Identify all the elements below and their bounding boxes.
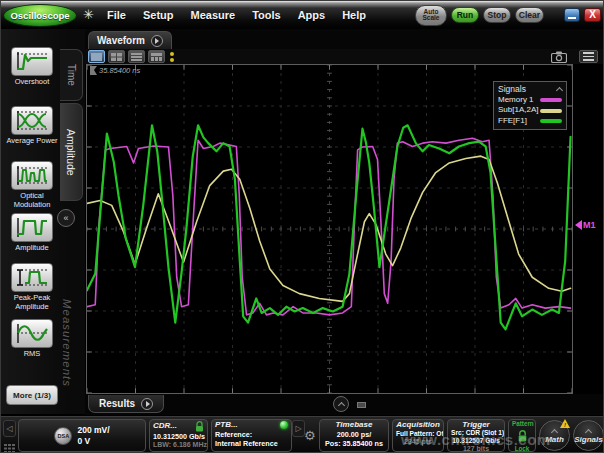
status-bar: ◁ DSA 200 mV/ 0 V CDR... 10.312500 Gb/s … [1, 416, 604, 453]
tab-results-label: Results [99, 398, 135, 409]
green-led-icon [280, 421, 288, 429]
results-tab-menu-icon[interactable] [141, 398, 153, 410]
sidebar-item-label: Peak-Peak Amplitude [5, 294, 59, 311]
sidebar-item-label: Optical Modulation [5, 192, 59, 209]
measurements-sidebar: Overshoot Average Power [1, 29, 85, 414]
legend-collapse-icon[interactable] [556, 86, 563, 93]
timebase-panel[interactable]: Timebase 200.00 ps/ Pos: 35.85400 ns [319, 419, 389, 452]
trigger-source: Src: CDR (Slot 1) [451, 429, 501, 437]
menu-tools[interactable]: Tools [252, 9, 281, 21]
acquisition-pattern: Full Pattern: Off [396, 430, 440, 438]
sidebar-item-average-power[interactable]: Average Power [5, 106, 59, 146]
signals-button[interactable]: Signals [573, 420, 604, 451]
more-measurements-button[interactable]: More (1/3) [6, 385, 58, 405]
timebase-title: Timebase [323, 421, 385, 430]
display-toolbar [85, 49, 604, 64]
legend-entry-ffef1[interactable]: FFE[F1] [498, 116, 562, 126]
ptb-reference-value: Internal Reference [215, 439, 288, 448]
gear-icon[interactable]: ⚙ [304, 429, 316, 442]
tab-results[interactable]: Results [88, 395, 164, 413]
channel-panel[interactable]: DSA 200 mV/ 0 V [18, 419, 146, 452]
layout-quad-button[interactable] [108, 50, 125, 63]
timebase-position-flag[interactable]: 35.85400 ns [90, 66, 140, 75]
cdr-rate: 10.312500 Gb/s [153, 432, 204, 441]
chevron-up-icon [337, 401, 344, 408]
cdr-lbw: LBW: 6.186 MHz [153, 441, 204, 449]
pattern-lock-button[interactable]: Pattern Lock [508, 419, 536, 452]
results-handle-icon[interactable] [357, 402, 366, 408]
menu-help[interactable]: Help [342, 9, 366, 21]
auto-scale-button[interactable]: Auto Scale [415, 5, 447, 26]
rms-icon [11, 319, 53, 348]
keypad-icon[interactable] [4, 439, 15, 453]
ptb-title: PTB... [215, 421, 238, 430]
sidebar-item-optical-modulation[interactable]: Optical Modulation [5, 161, 59, 209]
peak-peak-amplitude-icon [11, 263, 53, 292]
toolbar-indicator-dots [170, 52, 174, 62]
menu-file[interactable]: File [107, 9, 126, 21]
titlebar: Oscilloscope ✳ File Setup Measure Tools … [1, 1, 604, 29]
expand-results-button[interactable] [333, 396, 349, 412]
sidebar-item-label: Amplitude [5, 244, 59, 253]
acquisition-panel[interactable]: Acquisition Full Pattern: Off 2345 pts [392, 419, 444, 452]
marker-m1[interactable]: M1 [575, 220, 596, 230]
sidebar-item-amplitude[interactable]: Amplitude [5, 213, 59, 253]
pattern-lock-icon [517, 430, 528, 442]
clear-button[interactable]: Clear [515, 7, 544, 23]
ptb-panel[interactable]: PTB... Reference: Internal Reference [211, 419, 292, 452]
app-logo-label: Oscilloscope [10, 10, 69, 21]
marker-m1-label: M1 [583, 220, 596, 230]
legend-title: Signals [498, 84, 526, 94]
sidebar-item-peak-peak-amplitude[interactable]: Peak-Peak Amplitude [5, 263, 59, 311]
sidebar-item-label: Average Power [5, 137, 59, 146]
pattern-lock-label1: Pattern [512, 421, 532, 428]
cdr-panel[interactable]: CDR... 10.312500 Gb/s LBW: 6.186 MHz [149, 419, 208, 452]
graph-menu-icon[interactable] [579, 50, 598, 63]
tab-waveform-label: Waveform [97, 35, 145, 46]
menu-setup[interactable]: Setup [143, 9, 174, 21]
layout-rows-button[interactable] [128, 50, 145, 63]
svg-text:!: ! [564, 422, 566, 428]
trigger-title: Trigger [451, 421, 501, 429]
timebase-scale: 200.00 ps/ [323, 430, 385, 439]
amplitude-icon [11, 213, 53, 242]
overshoot-icon [11, 47, 53, 76]
tab-waveform[interactable]: Waveform [88, 31, 172, 49]
tab-amplitude[interactable]: Amplitude [60, 103, 83, 201]
results-row: Results [85, 394, 604, 415]
average-power-icon [11, 106, 53, 135]
menu-bar: File Setup Measure Tools Apps Help [107, 1, 366, 29]
layout-mixed-button[interactable] [148, 50, 165, 63]
tab-time[interactable]: Time [60, 49, 83, 101]
oscilloscope-window: Oscilloscope ✳ File Setup Measure Tools … [0, 0, 604, 453]
waveform-tab-menu-icon[interactable] [151, 35, 163, 47]
channel-scale: 200 mV/ [77, 425, 109, 436]
menu-measure[interactable]: Measure [191, 9, 236, 21]
waveform-display[interactable]: 35.85400 ns Signals Memory 1 Sub[1A,2A] … [86, 64, 573, 394]
menu-apps[interactable]: Apps [298, 9, 326, 21]
trigger-panel[interactable]: Trigger Src: CDR (Slot 1) 10.312507 Gb/s… [447, 419, 505, 452]
scroll-left-button[interactable]: ◁ [3, 420, 16, 437]
sun-icon: ✳ [83, 7, 94, 22]
sidebar-collapse-button[interactable]: « [57, 209, 75, 227]
signals-legend[interactable]: Signals Memory 1 Sub[1A,2A] FFE[F1] [493, 81, 567, 130]
stop-button[interactable]: Stop [483, 7, 511, 23]
sidebar-item-rms[interactable]: RMS [5, 319, 59, 359]
legend-entry-label: Sub[1A,2A] [498, 105, 538, 115]
dsa-channel-badge: DSA [54, 427, 72, 445]
warning-icon: ! [560, 419, 570, 428]
math-button[interactable]: Math ! [539, 420, 570, 451]
sidebar-item-overshoot[interactable]: Overshoot [5, 47, 59, 87]
legend-entry-label: Memory 1 [498, 95, 534, 105]
legend-entry-label: FFE[F1] [498, 116, 527, 126]
trigger-rate: 10.312507 Gb/s [451, 437, 501, 445]
legend-entry-sub1a2a[interactable]: Sub[1A,2A] [498, 105, 562, 115]
close-button[interactable]: X [584, 8, 601, 22]
flag-icon [90, 66, 97, 75]
legend-entry-memory1[interactable]: Memory 1 [498, 95, 562, 105]
app-logo: Oscilloscope [3, 4, 77, 27]
run-button[interactable]: Run [451, 7, 479, 23]
layout-single-button[interactable] [88, 50, 105, 63]
trace-ffe-f1- [87, 125, 571, 329]
minimize-button[interactable] [564, 8, 580, 22]
